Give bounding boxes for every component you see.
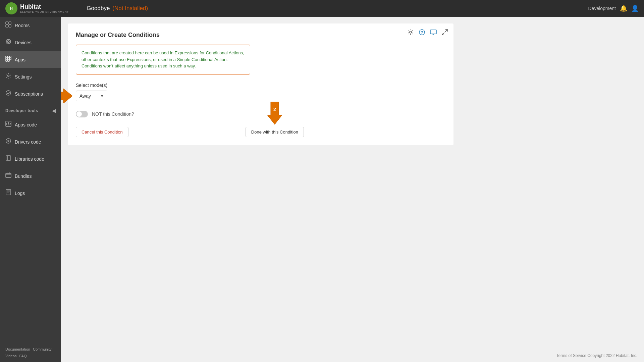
select-label-wrapper: Select mode(s) Away Home Night Day ▼	[76, 83, 107, 101]
topbar-right: Development 🔔 👤	[588, 5, 639, 12]
apps-code-icon	[5, 121, 11, 128]
apps-icon	[5, 56, 11, 63]
sidebar-label-apps-code: Apps code	[15, 122, 37, 127]
footer-faq[interactable]: FAQ	[19, 354, 26, 358]
sidebar-label-apps: Apps	[15, 57, 25, 62]
sidebar-item-logs[interactable]: Logs	[0, 185, 61, 202]
done-condition-button[interactable]: Done with this Condition	[246, 127, 304, 137]
drivers-code-icon	[5, 138, 11, 146]
main-card: ? Manage or Create Conditions Conditions…	[68, 23, 453, 145]
topbar-divider	[81, 3, 81, 13]
svg-point-21	[6, 91, 11, 95]
svg-marker-43	[61, 89, 72, 103]
svg-point-7	[7, 41, 9, 43]
svg-rect-13	[8, 56, 9, 58]
logs-icon	[5, 189, 11, 197]
sidebar-label-rooms: Rooms	[15, 23, 30, 28]
help-btn[interactable]: ?	[419, 29, 425, 37]
not-installed-badge: (Not Installed)	[112, 5, 148, 12]
environment-label: Development	[588, 6, 616, 11]
sidebar-label-bundles: Bundles	[15, 173, 32, 179]
main-layout: Rooms Devices Apps Settings Subscription	[0, 17, 644, 362]
settings-icon	[5, 73, 11, 81]
logo-sub: ELEVATE YOUR ENVIRONMENT	[20, 10, 69, 13]
logo-text: Hubitat	[20, 3, 69, 10]
sidebar-label-subscriptions: Subscriptions	[15, 91, 43, 97]
svg-rect-12	[6, 56, 7, 58]
sidebar-footer: Documentation Community Videos FAQ	[0, 343, 61, 362]
monitor-btn[interactable]	[430, 29, 437, 37]
sidebar-item-apps[interactable]: Apps	[0, 51, 61, 68]
notification-icon[interactable]: 🔔	[620, 5, 627, 12]
svg-rect-31	[6, 190, 11, 195]
sidebar-item-settings[interactable]: Settings	[0, 68, 61, 85]
subscriptions-icon	[5, 90, 11, 98]
page-app-title: Goodbye	[87, 5, 110, 12]
svg-rect-28	[6, 173, 11, 177]
sidebar-label-logs: Logs	[15, 191, 25, 196]
copyright: Terms of Service Copyright 2022 Hubitat,…	[556, 353, 637, 358]
select-modes-label: Select mode(s)	[76, 83, 107, 88]
logo[interactable]: H Hubitat ELEVATE YOUR ENVIRONMENT	[5, 2, 69, 14]
bundles-icon	[5, 172, 11, 180]
not-condition-label: NOT this Condition?	[92, 111, 134, 117]
arrow-2-annotation: 2	[267, 102, 282, 126]
svg-rect-16	[8, 58, 9, 60]
footer-community[interactable]: Community	[33, 347, 52, 351]
select-section-wrapper: 1 Select mode(s) Away Home Night Day ▼	[76, 83, 107, 111]
developer-tools-label: Developer tools	[5, 108, 38, 113]
expand-btn[interactable]	[441, 29, 448, 37]
svg-rect-2	[6, 22, 8, 24]
sidebar-item-bundles[interactable]: Bundles	[0, 167, 61, 185]
sidebar-label-libraries-code: Libraries code	[15, 156, 44, 162]
svg-point-24	[6, 139, 11, 143]
sidebar-label-devices: Devices	[15, 40, 32, 45]
select-modes-wrapper: Away Home Night Day ▼	[76, 91, 107, 101]
rooms-icon	[5, 21, 11, 29]
svg-rect-18	[6, 60, 7, 61]
sidebar-item-libraries-code[interactable]: Libraries code	[0, 150, 61, 167]
sidebar: Rooms Devices Apps Settings Subscription	[0, 17, 61, 362]
svg-text:2: 2	[273, 107, 276, 112]
svg-rect-4	[6, 25, 8, 27]
sidebar-label-drivers-code: Drivers code	[15, 139, 41, 145]
not-condition-toggle[interactable]	[76, 111, 88, 117]
logo-icon: H	[5, 2, 17, 14]
collapse-icon[interactable]: ◀	[52, 108, 56, 113]
svg-point-35	[410, 31, 412, 33]
sidebar-item-apps-code[interactable]: Apps code	[0, 116, 61, 133]
select-modes-dropdown[interactable]: Away Home Night Day	[76, 91, 107, 101]
svg-line-23	[8, 122, 9, 125]
sidebar-item-devices[interactable]: Devices	[0, 34, 61, 51]
svg-rect-38	[430, 30, 436, 34]
svg-rect-3	[9, 22, 11, 24]
sidebar-item-rooms[interactable]: Rooms	[0, 17, 61, 34]
footer-documentation[interactable]: Documentation	[5, 347, 30, 351]
settings-btn[interactable]	[407, 29, 414, 37]
svg-text:H: H	[10, 6, 13, 10]
info-text: Conditions that are created here can be …	[82, 50, 245, 69]
svg-rect-26	[6, 156, 11, 160]
sidebar-spacer	[0, 202, 61, 343]
sidebar-item-subscriptions[interactable]: Subscriptions	[0, 85, 61, 102]
action-buttons-row: Cancel this Condition 2 Done with this C…	[76, 127, 304, 137]
footer-videos[interactable]: Videos	[5, 354, 16, 358]
developer-tools-header: Developer tools ◀	[0, 105, 61, 116]
not-condition-row: NOT this Condition?	[76, 111, 445, 117]
page-title: Manage or Create Conditions	[76, 32, 445, 39]
card-header-icons: ?	[407, 29, 448, 37]
svg-rect-14	[10, 56, 11, 58]
svg-line-42	[442, 33, 444, 35]
user-icon[interactable]: 👤	[631, 5, 639, 12]
libraries-code-icon	[5, 155, 11, 163]
svg-point-20	[8, 75, 9, 77]
svg-rect-19	[8, 60, 9, 61]
toggle-knob	[76, 111, 82, 117]
sidebar-item-drivers-code[interactable]: Drivers code	[0, 133, 61, 150]
svg-rect-5	[9, 25, 11, 27]
content-area: ? Manage or Create Conditions Conditions…	[61, 17, 644, 362]
svg-marker-45	[267, 102, 282, 124]
cancel-condition-button[interactable]: Cancel this Condition	[76, 127, 128, 137]
svg-rect-17	[10, 58, 11, 60]
topbar: H Hubitat ELEVATE YOUR ENVIRONMENT Goodb…	[0, 0, 644, 17]
